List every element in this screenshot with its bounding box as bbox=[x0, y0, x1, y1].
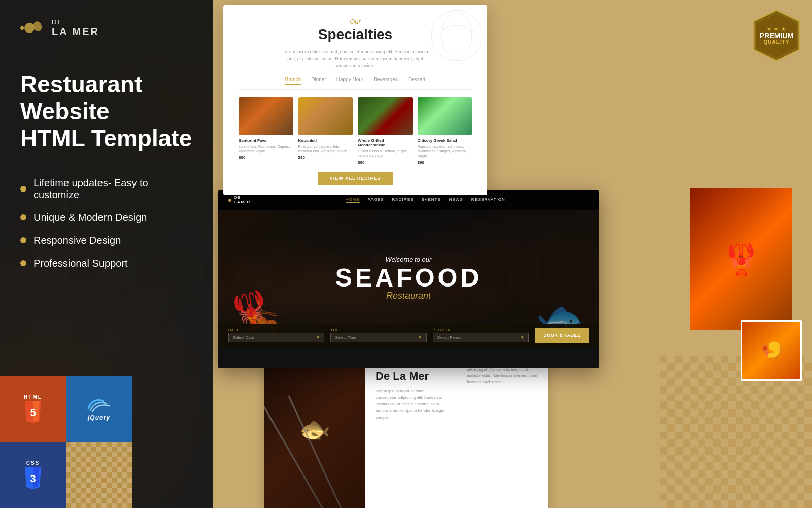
food-grid: Santorini Fava Lorem fava, Red beans, Ca… bbox=[239, 97, 472, 165]
tab-happy-hour[interactable]: Happy Hour bbox=[336, 77, 363, 85]
right-panel: ★ ★ ★ PREMIUM QUALITY Our Specialties Lo… bbox=[213, 0, 812, 508]
food-price-2: $90 bbox=[298, 155, 353, 160]
features-list: Lifetime updates- Easy to customize Uniq… bbox=[20, 177, 193, 269]
svg-point-0 bbox=[24, 23, 35, 33]
jquery-badge: jQuery bbox=[66, 376, 132, 442]
food-desc-3: Grilled fennel oil, lemon, crispy vapore… bbox=[358, 149, 413, 158]
nav-racipes[interactable]: RACIPES bbox=[392, 197, 414, 203]
about-right-col: Lorem ipsum dolor sit amet, consectetur … bbox=[457, 351, 549, 508]
premium-badge: ★ ★ ★ PREMIUM QUALITY bbox=[749, 8, 804, 64]
tab-beverages[interactable]: Beverages bbox=[374, 77, 398, 85]
reservation-bar: Date Select Date ▼ Time Select Time ▼ Pe… bbox=[218, 324, 599, 347]
date-label: Date bbox=[228, 328, 324, 332]
about-image bbox=[264, 351, 365, 508]
food-image-3 bbox=[358, 97, 413, 135]
logo-de: DE bbox=[52, 19, 99, 26]
about-desc: Lorem ipsum dolor sit amet, consectetur … bbox=[376, 388, 447, 421]
time-select[interactable]: Select Time ▼ bbox=[330, 333, 426, 342]
food-price-4: $90 bbox=[418, 160, 472, 165]
book-table-button[interactable]: Book & Table bbox=[535, 328, 589, 343]
food-desc-4: Roasted peppers, red onions, cucumbers, … bbox=[418, 144, 472, 158]
restaurant-subtitle: Restaurant bbox=[335, 291, 482, 301]
svg-text:3: 3 bbox=[30, 473, 36, 484]
about-content: About De La Mer Lorem ipsum dolor sit am… bbox=[365, 351, 457, 508]
main-title: Restuarant Website HTML Template bbox=[20, 71, 193, 152]
date-select[interactable]: Select Date ▼ bbox=[228, 333, 324, 342]
tab-dessert[interactable]: Dessert bbox=[408, 77, 425, 85]
side-image-small bbox=[741, 320, 802, 381]
food-desc-1: Lorem fava, Red beans, Capers, Vaporetto… bbox=[239, 144, 293, 153]
seafood-hero: 🦞 🦐 🐟 Welcome to our SEAFOOD Restaurant … bbox=[218, 210, 599, 347]
time-field: Time Select Time ▼ bbox=[330, 328, 426, 342]
food-item-2: Kopanisti Roasted red peppers, feta, kar… bbox=[298, 97, 353, 165]
food-price-3: $90 bbox=[358, 160, 413, 165]
food-name-1: Santorini Fava bbox=[239, 138, 293, 143]
shrimp-img bbox=[742, 322, 800, 379]
food-item-4: Chicory Greek Salad Roasted peppers, red… bbox=[418, 97, 472, 165]
left-panel: DE LA MER Restuarant Website HTML Templa… bbox=[0, 0, 213, 508]
food-name-4: Chicory Greek Salad bbox=[418, 138, 472, 143]
nav-home[interactable]: HOME bbox=[346, 197, 360, 203]
nav-reservation[interactable]: RESERVATION bbox=[471, 197, 505, 203]
svg-text:5: 5 bbox=[30, 407, 36, 418]
food-item-1: Santorini Fava Lorem fava, Red beans, Ca… bbox=[239, 97, 293, 165]
time-arrow: ▼ bbox=[418, 335, 422, 340]
food-price-1: $90 bbox=[239, 155, 293, 160]
seafood-hero-text: Welcome to our SEAFOOD Restaurant bbox=[335, 256, 482, 301]
feature-item-3: Responsive Design bbox=[20, 235, 193, 246]
css3-shield-svg: 3 bbox=[23, 467, 43, 490]
tech-badges: HTML 5 bbox=[0, 376, 127, 508]
person-select[interactable]: Select Person ▼ bbox=[433, 333, 529, 342]
hex-badge: ★ ★ ★ PREMIUM QUALITY bbox=[749, 8, 804, 64]
about-title: De La Mer bbox=[376, 370, 447, 383]
jquery-logo-svg bbox=[86, 397, 112, 412]
html5-badge: HTML 5 bbox=[0, 376, 66, 442]
view-all-button[interactable]: VIEW ALL RECIPES bbox=[318, 172, 393, 185]
html-label: HTML bbox=[24, 394, 42, 400]
food-image-1 bbox=[239, 97, 293, 135]
time-label: Time bbox=[330, 328, 426, 332]
tech-grid: HTML 5 bbox=[0, 376, 132, 508]
checker-cell bbox=[66, 442, 132, 508]
feature-item-1: Lifetime updates- Easy to customize bbox=[20, 177, 193, 201]
about-preview: About De La Mer Lorem ipsum dolor sit am… bbox=[264, 351, 548, 508]
seafood-img bbox=[690, 188, 792, 330]
seafood-logo-small: DE LA MER bbox=[228, 196, 250, 205]
tab-dinner[interactable]: Dinner bbox=[311, 77, 326, 85]
bullet-2 bbox=[20, 214, 26, 220]
food-desc-2: Roasted red peppers, feta, karantua elm,… bbox=[298, 144, 353, 153]
nav-dot bbox=[228, 199, 231, 202]
food-image-2 bbox=[298, 97, 353, 135]
food-item-3: Whole Grilled Mediterranean Grilled fenn… bbox=[358, 97, 413, 165]
menu-tabs: Brunch Dinner Happy Hour Beverages Desse… bbox=[239, 77, 472, 90]
hex-content: ★ ★ ★ PREMIUM QUALITY bbox=[760, 26, 793, 45]
logo-text: DE LA MER bbox=[52, 19, 99, 37]
sketch-deco bbox=[426, 5, 487, 66]
salmon-img bbox=[264, 351, 365, 508]
nav-events[interactable]: EVENTS bbox=[422, 197, 441, 203]
jquery-label: jQuery bbox=[88, 414, 110, 421]
feature-item-2: Unique & Modern Design bbox=[20, 212, 193, 224]
svg-point-11 bbox=[442, 13, 472, 58]
css3-badge: CSS 3 bbox=[0, 442, 66, 508]
side-images bbox=[690, 188, 802, 381]
hex-premium: PREMIUM bbox=[760, 32, 793, 39]
person-field: Person Select Person ▼ bbox=[433, 328, 529, 342]
nav-news[interactable]: NEWS bbox=[449, 197, 463, 203]
seafood-nav-items: HOME PAGES RACIPES EVENTS NEWS RESERVATI… bbox=[262, 197, 589, 203]
feature-item-4: Professional Support bbox=[20, 258, 193, 269]
welcome-text: Welcome to our bbox=[335, 256, 482, 263]
seafood-title: SEAFOOD bbox=[335, 265, 482, 291]
nav-pages[interactable]: PAGES bbox=[368, 197, 384, 203]
tab-brunch[interactable]: Brunch bbox=[285, 77, 301, 85]
date-arrow: ▼ bbox=[316, 335, 320, 340]
nav-logo-text: DE LA MER bbox=[234, 196, 250, 205]
svg-point-10 bbox=[431, 10, 482, 61]
hex-quality: QUALITY bbox=[760, 39, 793, 45]
bullet-4 bbox=[20, 260, 26, 266]
specialties-card: Our Specialties Lorem ipsum dolor sit am… bbox=[223, 5, 487, 195]
side-image-main bbox=[690, 188, 792, 330]
logo-area: DE LA MER bbox=[20, 15, 193, 41]
food-name-2: Kopanisti bbox=[298, 138, 353, 143]
bullet-1 bbox=[20, 186, 26, 192]
